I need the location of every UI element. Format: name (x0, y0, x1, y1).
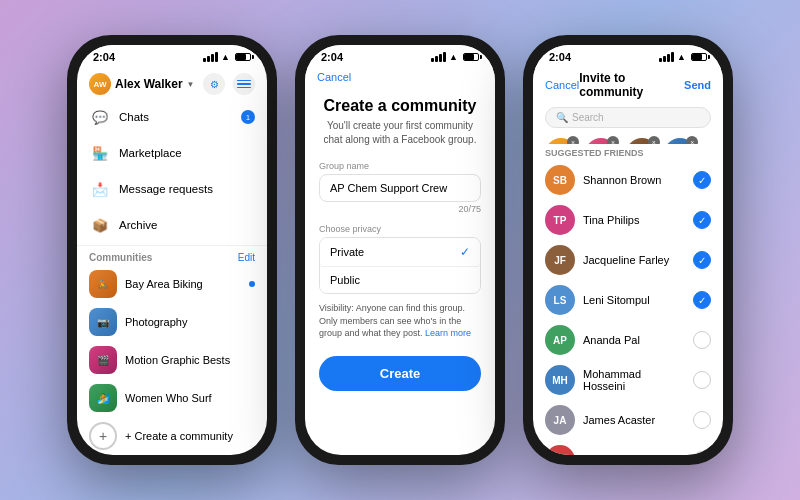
checkmark-icon: ✓ (460, 245, 470, 259)
friend-avatar-1: TP (545, 205, 575, 235)
phone-1: 2:04 ▲ AW Alex Walker ▼ (67, 35, 277, 465)
plus-icon: + (89, 422, 117, 450)
invite-title: Invite to community (579, 71, 684, 99)
group-name-input[interactable]: AP Chem Support Crew (319, 174, 481, 202)
menu-button[interactable] (233, 73, 255, 95)
selected-users-row: SB × ShannonBrown TP × Tina Philips JF × (533, 132, 723, 144)
nav-chats[interactable]: 💬 Chats 1 (77, 99, 267, 135)
friend-name-3: Leni Sitompul (583, 294, 685, 306)
unread-dot (249, 281, 255, 287)
friend-item-4[interactable]: APAnanda Pal (533, 320, 723, 360)
p1-header: AW Alex Walker ▼ ⚙ (77, 65, 267, 99)
friend-checkbox-2[interactable]: ✓ (693, 251, 711, 269)
friend-item-7[interactable]: MSMaggie Smith (533, 440, 723, 455)
sel-avatar-0: SB × (545, 138, 577, 144)
avatar: AW (89, 73, 111, 95)
header-icons: ⚙ (203, 73, 255, 95)
create-button[interactable]: Create (319, 356, 481, 391)
friend-avatar-7: MS (545, 445, 575, 455)
create-community-subtitle: You'll create your first community chat … (319, 119, 481, 147)
marketplace-icon: 🏪 (89, 142, 111, 164)
edit-button[interactable]: Edit (238, 252, 255, 263)
friend-checkbox-0[interactable]: ✓ (693, 171, 711, 189)
friends-list: SBShannon Brown✓TPTina Philips✓JFJacquel… (533, 160, 723, 455)
friend-item-5[interactable]: MHMohammad Hosseini (533, 360, 723, 400)
friend-avatar-5: MH (545, 365, 575, 395)
friend-avatar-4: AP (545, 325, 575, 355)
message-requests-label: Message requests (119, 183, 213, 195)
friend-item-3[interactable]: LSLeni Sitompul✓ (533, 280, 723, 320)
battery-icon-3 (691, 53, 707, 61)
friend-item-2[interactable]: JFJacqueline Farley✓ (533, 240, 723, 280)
friend-item-0[interactable]: SBShannon Brown✓ (533, 160, 723, 200)
phones-container: 2:04 ▲ AW Alex Walker ▼ (67, 35, 733, 465)
signal-icon-2 (431, 52, 446, 62)
privacy-box: Private ✓ Public (319, 237, 481, 294)
community-photography[interactable]: 📷 Photography (77, 303, 267, 341)
friend-checkbox-3[interactable]: ✓ (693, 291, 711, 309)
search-input[interactable]: Search (572, 112, 604, 123)
community-bay-area-biking[interactable]: 🚴 Bay Area Biking (77, 265, 267, 303)
remove-user-icon[interactable]: × (686, 136, 698, 144)
private-label: Private (330, 246, 364, 258)
nav-archive[interactable]: 📦 Archive (77, 207, 267, 243)
remove-user-icon[interactable]: × (607, 136, 619, 144)
nav-marketplace[interactable]: 🏪 Marketplace (77, 135, 267, 171)
status-bar-2: 2:04 ▲ (305, 45, 495, 65)
friend-name-6: James Acaster (583, 414, 685, 426)
community-name: Women Who Surf (125, 392, 212, 404)
wifi-icon-2: ▲ (449, 52, 458, 62)
marketplace-label: Marketplace (119, 147, 182, 159)
time-2: 2:04 (321, 51, 343, 63)
friend-avatar-2: JF (545, 245, 575, 275)
friend-name-7: Maggie Smith (583, 454, 685, 455)
friend-checkbox-4[interactable] (693, 331, 711, 349)
send-button[interactable]: Send (684, 79, 711, 91)
community-name: Bay Area Biking (125, 278, 203, 290)
archive-label: Archive (119, 219, 157, 231)
signal-icon-3 (659, 52, 674, 62)
communities-label: Communities (89, 252, 152, 263)
friend-checkbox-1[interactable]: ✓ (693, 211, 711, 229)
nav-message-requests[interactable]: 📩 Message requests (77, 171, 267, 207)
friend-checkbox-5[interactable] (693, 371, 711, 389)
wifi-icon-3: ▲ (677, 52, 686, 62)
community-name: Motion Graphic Bests (125, 354, 230, 366)
privacy-public[interactable]: Public (320, 267, 480, 293)
chevron-down-icon: ▼ (187, 80, 195, 89)
friend-item-6[interactable]: JAJames Acaster (533, 400, 723, 440)
friend-avatar-3: LS (545, 285, 575, 315)
sel-avatar-3: LS × (664, 138, 696, 144)
char-count: 20/75 (319, 204, 481, 214)
search-box[interactable]: 🔍 Search (545, 107, 711, 128)
community-avatar: 🎬 (89, 346, 117, 374)
battery-icon-2 (463, 53, 479, 61)
remove-user-icon[interactable]: × (648, 136, 660, 144)
sel-avatar-2: JF × (626, 138, 658, 144)
create-community-title: Create a community (319, 97, 481, 115)
friend-avatar-0: SB (545, 165, 575, 195)
time-3: 2:04 (549, 51, 571, 63)
group-name-label: Group name (319, 161, 481, 171)
learn-more-link[interactable]: Learn more (425, 328, 471, 338)
community-avatar: 📷 (89, 308, 117, 336)
remove-user-icon[interactable]: × (567, 136, 579, 144)
friend-checkbox-6[interactable] (693, 411, 711, 429)
status-bar-1: 2:04 ▲ (77, 45, 267, 65)
create-community-button[interactable]: + + Create a community (77, 417, 267, 455)
settings-button[interactable]: ⚙ (203, 73, 225, 95)
friend-name-1: Tina Philips (583, 214, 685, 226)
message-requests-icon: 📩 (89, 178, 111, 200)
privacy-private[interactable]: Private ✓ (320, 238, 480, 267)
friend-item-1[interactable]: TPTina Philips✓ (533, 200, 723, 240)
user-profile[interactable]: AW Alex Walker ▼ (89, 73, 195, 95)
community-women-surf[interactable]: 🏄 Women Who Surf (77, 379, 267, 417)
community-motion-graphics[interactable]: 🎬 Motion Graphic Bests (77, 341, 267, 379)
cancel-button[interactable]: Cancel (317, 71, 351, 83)
friend-checkbox-7[interactable] (693, 451, 711, 455)
cancel-button-3[interactable]: Cancel (545, 79, 579, 91)
visibility-text: Visibility: Anyone can find this group. … (319, 302, 481, 340)
chats-badge: 1 (241, 110, 255, 124)
p2-main: Create a community You'll create your fi… (305, 87, 495, 455)
friend-avatar-6: JA (545, 405, 575, 435)
